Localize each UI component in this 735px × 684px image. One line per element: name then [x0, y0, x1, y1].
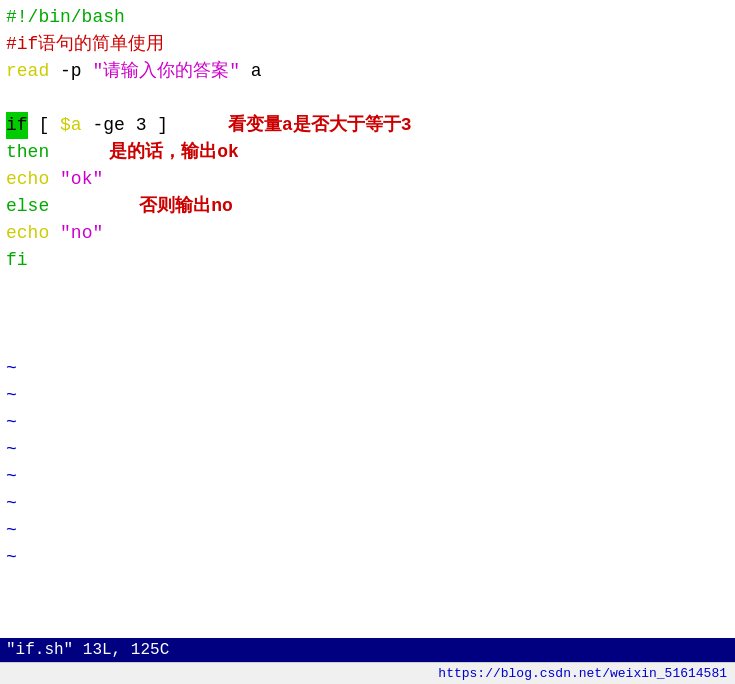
blank-1	[6, 274, 729, 301]
then-annotation: 是的话，输出ok	[109, 139, 239, 166]
line-6: then是的话，输出ok	[6, 139, 729, 166]
if-annotation: 看变量a是否大于等于3	[228, 112, 412, 139]
blank-3	[6, 328, 729, 355]
tilde-6: ~	[6, 490, 729, 517]
if-op: -ge 3 ]	[82, 112, 168, 139]
editor-area: #!/bin/bash #if语句的简单使用 read -p "请输入你的答案"…	[0, 0, 735, 638]
else-annotation: 否则输出no	[139, 193, 233, 220]
line-8: else否则输出no	[6, 193, 729, 220]
line-5: if [ $a -ge 3 ]看变量a是否大于等于3	[6, 112, 729, 139]
echo-ok-string: "ok"	[60, 166, 103, 193]
status-text: "if.sh" 13L, 125C	[6, 641, 169, 659]
tilde-5: ~	[6, 463, 729, 490]
then-keyword: then	[6, 139, 49, 166]
echo-no-space	[49, 220, 60, 247]
echo-ok-space	[49, 166, 60, 193]
else-keyword: else	[6, 193, 49, 220]
comment: #if语句的简单使用	[6, 31, 164, 58]
if-bracket1: [	[28, 112, 60, 139]
tilde-3: ~	[6, 409, 729, 436]
tilde-2: ~	[6, 382, 729, 409]
if-keyword: if	[6, 112, 28, 139]
tilde-8: ~	[6, 544, 729, 571]
read-keyword: read	[6, 58, 49, 85]
read-string: "请输入你的答案"	[92, 58, 240, 85]
line-7: echo "ok"	[6, 166, 729, 193]
fi-keyword: fi	[6, 247, 28, 274]
echo-no-keyword: echo	[6, 220, 49, 247]
line-10: fi	[6, 247, 729, 274]
shebang: #!/bin/bash	[6, 4, 125, 31]
line-2: #if语句的简单使用	[6, 31, 729, 58]
line-9: echo "no"	[6, 220, 729, 247]
tilde-4: ~	[6, 436, 729, 463]
if-var: $a	[60, 112, 82, 139]
echo-no-string: "no"	[60, 220, 103, 247]
url-bar: https://blog.csdn.net/weixin_51614581	[0, 662, 735, 684]
status-bar: "if.sh" 13L, 125C	[0, 638, 735, 662]
url-text: https://blog.csdn.net/weixin_51614581	[438, 666, 727, 681]
blank-2	[6, 301, 729, 328]
echo-ok-keyword: echo	[6, 166, 49, 193]
read-rest: -p	[49, 58, 92, 85]
tilde-7: ~	[6, 517, 729, 544]
line-3: read -p "请输入你的答案" a	[6, 58, 729, 85]
tilde-1: ~	[6, 355, 729, 382]
read-var: a	[240, 58, 262, 85]
line-1: #!/bin/bash	[6, 4, 729, 31]
line-4	[6, 85, 729, 112]
